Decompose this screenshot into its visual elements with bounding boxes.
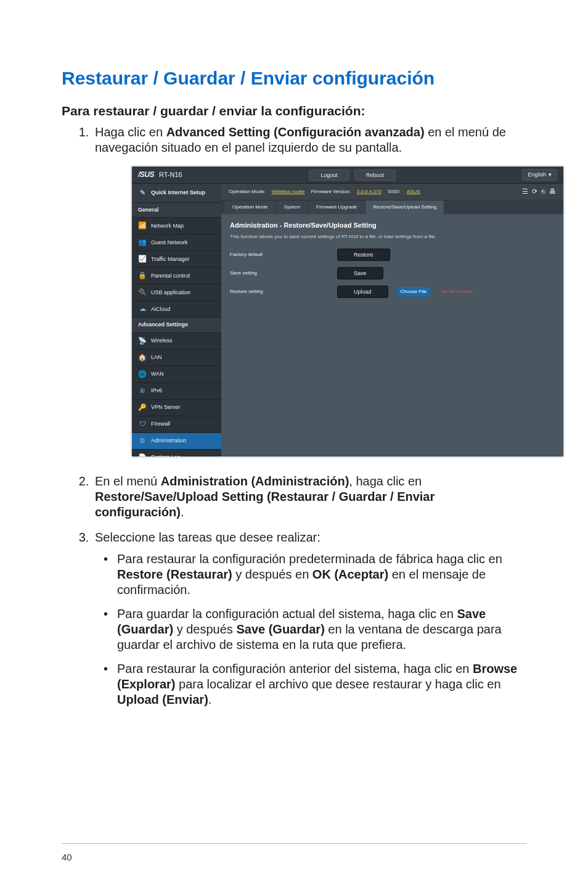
- upload-button[interactable]: Upload: [337, 286, 388, 298]
- sidebar-item[interactable]: 📶Network Map: [132, 218, 221, 234]
- sidebar-item[interactable]: 📡Wireless: [132, 333, 221, 350]
- router-window: /SUS RT-N16 Logout Reboot English ▾ ✎ Qu…: [132, 167, 563, 456]
- sidebar-icon: 🏠: [138, 353, 147, 362]
- sidebar-icon: 🔒: [138, 271, 147, 280]
- b1b1: Restore (Restaurar): [117, 567, 232, 581]
- sidebar-item[interactable]: 📈Traffic Manager: [132, 251, 221, 268]
- sidebar-header-advanced: Advanced Settings: [132, 318, 221, 332]
- toolbar-icon[interactable]: ⟳: [532, 188, 537, 196]
- opmode-label: Operation Mode:: [229, 189, 266, 195]
- sidebar-item[interactable]: ☁AiCloud: [132, 301, 221, 318]
- tab-system[interactable]: System: [276, 200, 308, 214]
- tab-operation-mode[interactable]: Operation Mode: [225, 200, 275, 214]
- sidebar-icon: 📈: [138, 255, 147, 263]
- step3-text: Seleccione las tareas que desee realizar…: [95, 530, 321, 544]
- sidebar-item[interactable]: ⑥IPv6: [132, 383, 221, 400]
- panel-desc: This function allows you to save current…: [230, 234, 555, 240]
- sidebar-qis[interactable]: ✎ Quick Internet Setup: [132, 184, 221, 203]
- fw-value[interactable]: 3.0.0.4.370: [357, 189, 382, 195]
- sidebar-item[interactable]: 📄System Log: [132, 450, 221, 457]
- b2b2: Save (Guardar): [236, 622, 324, 636]
- language-select[interactable]: English ▾: [522, 169, 557, 181]
- chevron-down-icon: ▾: [549, 171, 552, 178]
- instruction-list: Haga clic en Advanced Setting (Configura…: [92, 125, 526, 708]
- tab-bar: Operation Mode System Firmware Upgrade R…: [221, 200, 563, 214]
- sidebar-icon: 🛡: [138, 420, 147, 429]
- sidebar-icon: 🌐: [138, 370, 147, 379]
- step1-bold: Advanced Setting (Configuración avanzada…: [166, 125, 425, 139]
- step2-mid: , haga clic en: [349, 474, 422, 488]
- router-body: ✎ Quick Internet Setup General 📶Network …: [132, 184, 563, 456]
- task-restore-default: Para restaurar la configuración predeter…: [95, 551, 526, 598]
- sidebar-item-label: LAN: [151, 354, 162, 361]
- restore-button[interactable]: Restore: [337, 249, 390, 261]
- main-panel: Operation Mode: Wireless router Firmware…: [221, 184, 563, 456]
- panel-title: Administration - Restore/Save/Upload Set…: [230, 221, 555, 230]
- step2-b1: Administration (Administración): [161, 474, 349, 488]
- b2mid: y después: [173, 622, 236, 636]
- sidebar-item[interactable]: 🏠LAN: [132, 350, 221, 366]
- sidebar-item[interactable]: 🔌USB application: [132, 284, 221, 301]
- step1-pre: Haga clic en: [95, 125, 166, 139]
- sidebar-icon: 🔌: [138, 288, 147, 297]
- info-icons: ☰ ⟳ ⎋ 🖶: [522, 188, 556, 196]
- ssid-value[interactable]: ASUS: [407, 189, 420, 195]
- sidebar-item-label: Administration: [151, 437, 186, 444]
- row-restore-setting: Restore setting Upload Choose File No fi…: [230, 286, 555, 298]
- settings-panel: Administration - Restore/Save/Upload Set…: [221, 214, 563, 456]
- reboot-button[interactable]: Reboot: [354, 170, 396, 181]
- sidebar-item[interactable]: 🔑VPN Server: [132, 400, 221, 416]
- page-title: Restaurar / Guardar / Enviar configuraci…: [62, 68, 526, 89]
- step2-post: .: [181, 505, 184, 519]
- sidebar-item-label: System Log: [151, 454, 181, 456]
- sidebar-item-label: Traffic Manager: [151, 256, 190, 263]
- b3mid: para localizar el archivo que desee rest…: [175, 677, 500, 691]
- toolbar-icon[interactable]: ⎋: [541, 188, 545, 196]
- task-list: Para restaurar la configuración predeter…: [95, 551, 526, 708]
- logout-button[interactable]: Logout: [309, 170, 349, 181]
- info-bar: Operation Mode: Wireless router Firmware…: [221, 184, 563, 200]
- sidebar-header-general: General: [132, 203, 221, 218]
- row-label: Restore setting: [230, 289, 329, 295]
- sidebar-item[interactable]: ⚙Administration: [132, 433, 221, 450]
- sidebar-icon: 📡: [138, 337, 147, 345]
- sidebar-icon: 📄: [138, 453, 147, 457]
- save-button[interactable]: Save: [337, 267, 383, 279]
- sidebar: ✎ Quick Internet Setup General 📶Network …: [132, 184, 221, 456]
- opmode-value[interactable]: Wireless router: [272, 189, 305, 195]
- footer-divider: [62, 843, 526, 844]
- sidebar-icon: 👥: [138, 238, 147, 247]
- no-file-label: No file chosen: [441, 289, 473, 295]
- sidebar-item-label: AiCloud: [151, 306, 171, 313]
- model-label: RT-N16: [159, 171, 182, 179]
- sidebar-item[interactable]: 🌐WAN: [132, 366, 221, 383]
- sidebar-icon: ⚙: [138, 437, 147, 445]
- sidebar-icon: ⑥: [138, 387, 147, 395]
- step-2: En el menú Administration (Administració…: [92, 474, 526, 520]
- b3b2: Upload (Enviar): [117, 693, 208, 706]
- tab-firmware[interactable]: Firmware Upgrade: [309, 200, 364, 214]
- sidebar-icon: 🔑: [138, 403, 147, 412]
- fw-label: Firmware Version:: [311, 189, 350, 195]
- sidebar-item-label: Parental control: [151, 273, 190, 279]
- sidebar-item[interactable]: 👥Guest Network: [132, 234, 221, 251]
- section-subhead: Para restaurar / guardar / enviar la con…: [62, 104, 526, 118]
- sidebar-item-label: Network Map: [151, 223, 184, 229]
- sidebar-item[interactable]: 🔒Parental control: [132, 268, 221, 284]
- sidebar-item[interactable]: 🛡Firewall: [132, 416, 221, 433]
- sidebar-item-label: USB application: [151, 289, 190, 296]
- sidebar-item-label: Firewall: [151, 421, 170, 427]
- sidebar-item-label: IPv6: [151, 387, 162, 394]
- task-save-current: Para guardar la configuración actual del…: [95, 606, 526, 653]
- toolbar-icon[interactable]: ☰: [522, 188, 528, 196]
- page-number: 40: [62, 852, 72, 862]
- choose-file-button[interactable]: Choose File: [397, 287, 431, 297]
- sidebar-item-label: Wireless: [151, 337, 173, 344]
- step-1: Haga clic en Advanced Setting (Configura…: [92, 125, 526, 456]
- row-label: Save setting: [230, 270, 329, 276]
- tab-restore-save-upload[interactable]: Restore/Save/Upload Setting: [365, 200, 444, 214]
- step2-pre: En el menú: [95, 474, 161, 488]
- toolbar-icon[interactable]: 🖶: [549, 188, 556, 196]
- row-save-setting: Save setting Save: [230, 267, 555, 279]
- b3a: Para restaurar la configuración anterior…: [117, 662, 473, 675]
